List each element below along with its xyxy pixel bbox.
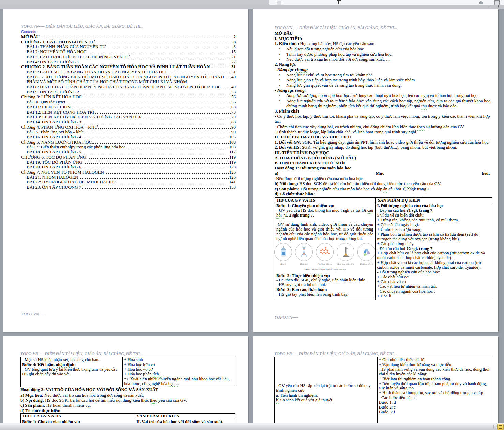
text-line: - HS suy nghĩ trả lời câu hỏi. [276, 283, 373, 287]
activity1-table-continued: - Một số HS khác nhận xét, bổ sung cho b… [20, 357, 235, 387]
table-cell-products: + Hóa sinh+ Hóa học hữu cơ+ Hóa học vô c… [122, 357, 235, 387]
activity-table-continued: - GV yêu cầu HS sắp xếp lại trật tự các … [274, 357, 492, 423]
text-line: b) Nội dung: HS đọc SGK, trả lời câu hỏi… [20, 398, 238, 403]
toc-entry: BÀI 16. ÔN TẬP CHƯƠNG 4105 [21, 135, 236, 140]
text-line: - GV yêu cầu HS sắp xếp lại trật tự các … [276, 384, 375, 393]
toc-entry: Bài 10: Quy tắc Octet56 [21, 100, 236, 105]
text-line: a) Mục tiêu: Nêu được vai trò của hóa họ… [20, 393, 238, 398]
text-line: 2. Năng lực [275, 62, 491, 67]
document-page-4[interactable]: YOPO.VN---- DIỄN ĐÀN TÀI LIỆU, GIÁO ÁN, … [253, 336, 498, 423]
toc-entry: BÀI 20. ÔN TẬP CHƯƠNG 6123 [21, 165, 236, 170]
figure-icon-label: Hoá học phân tích [337, 262, 354, 266]
text-line: - Năng lực riêng: [275, 88, 491, 93]
text-line: + Vận dụng kiến thức kĩ năng và thực tiễ… [379, 362, 490, 367]
table-header-cell: SẢN PHẨM DỰ KIẾN [135, 413, 235, 419]
toc-entry: BÀI 8: ĐỊNH LUẬT TUẦN HOÀN- Ý NGHĨA CỦA … [21, 85, 236, 90]
text-line: 3. Phẩm chất [275, 109, 491, 114]
ruler-center-tab-stem[interactable] [338, 1, 339, 4]
toc-entry: BÀI 21: NHÓM HALOGEN126 [21, 175, 236, 180]
text-line: + Hợp chất vô cơ là các hợp chất không p… [377, 261, 490, 270]
document-page-3[interactable]: YOPO.VN---- DIỄN ĐÀN TÀI LIỆU, GIÁO ÁN, … [3, 336, 248, 423]
toc-entry: Chương 4: PHẢN ỨNG OXI HÓA – KHỬ90 [21, 125, 236, 130]
text-line: Năng lực tự chủ và tự học trong tìm tòi … [275, 73, 491, 78]
horizontal-ruler[interactable] [0, 0, 504, 5]
text-line: + Hình thành sự hứng thú, say mê và chủ … [379, 391, 490, 396]
text-line: -Nêu được đối tượng nghiên cứu của môn h… [275, 176, 491, 181]
text-line: II. THIẾT BỊ DẠY HỌC VÀ HỌC LIỆU [275, 135, 491, 140]
text-line: -GV sử dụng hình ảnh, video, giới thiệu … [276, 222, 373, 241]
text-line: 1. Kiến thức: Học xong bài này, HS đạt c… [275, 41, 491, 46]
table-cell-products: I. Đối tượng nghiên cứu của hóa học- Đáp… [375, 203, 492, 299]
figure-icon-label: Hoá sinh [300, 262, 308, 266]
burette-icon: Hoá học phân tích [336, 243, 355, 266]
toc-entry: Bài 15: Phản ứng oxi hóa – khử90 [21, 130, 236, 135]
text-line: - Có ý thức học tập, ý thức tìm tòi, khá… [275, 114, 491, 124]
toc-entry: CHƯƠNG 6. TỐC ĐỘ PHẢN ỨNG.119 [21, 155, 236, 160]
table-cell-gv-hs: - Một số HS khác nhận xét, bổ sung cho b… [20, 357, 122, 387]
toc-entry: Chương 3: LIÊN KẾT HÓA HỌC56 [21, 94, 236, 100]
toc-entry: BÀI 3. CẤU TRÚC LỚP VỎ ELECTRON NGUYÊN T… [21, 55, 236, 60]
table-cell-products: II. Vai trò của hóa học với đời sống và … [135, 419, 235, 423]
document-page-toc[interactable]: YOPO.VN---- DIỄN ĐÀN TÀI LIỆU, GIÁO ÁN, … [3, 9, 248, 332]
table-header-cell: HĐ CỦA GV VÀ HS [275, 197, 375, 203]
table-cell-products: + Ghi nhớ kiến thức cốt lõi+ Vận dụng ki… [377, 357, 492, 423]
text-line: 1. Đối với GV: SGK, Tài liệu giảng dạy, … [275, 140, 491, 145]
text-line: - GV yêu cầu HS đọc thông tin mục I sgk … [276, 208, 373, 218]
contents-field-label: Contents [21, 30, 236, 34]
text-line: - Một số HS khác nhận xét, bổ sung cho b… [22, 358, 120, 362]
text-line: - Năng lực chung: [275, 67, 491, 72]
text-line: III. TIẾN TRÌNH DẠY HỌC [275, 150, 491, 155]
text-line: - Chăm chỉ tích cực xây dựng bài, có trá… [275, 124, 491, 130]
toc-entry: BÀI 5: CẤU TẠO CỦA BẢNG TUẦN HOÀN CÁC NG… [21, 70, 236, 75]
text-line: Bước 1: Chuyển giao nhiệm vụ: [22, 420, 133, 423]
text-line: Bước 1: d [379, 400, 490, 405]
ruler-tick [498, 5, 499, 7]
table-header-cell: SẢN PHẨM DỰ KIẾN [375, 197, 492, 203]
horizontal-scrollbar[interactable] [0, 423, 504, 430]
text-line: - HS giơ tay phát biểu, lên bảng trình b… [276, 292, 373, 297]
text-line: Bước 4: Kết luận, nhận định: [22, 362, 120, 367]
text-line: + Các chất vô cơ [377, 280, 490, 284]
text-line: + Hóa học vô cơ [124, 367, 233, 372]
text-line: Năng lực giao tiếp và hợp tác trong trìn… [275, 78, 491, 83]
toc-entry: BÀI 4: ÔN TẬP CHƯƠNG 127 [21, 60, 236, 65]
toc-entry: BÀI 2: NGUYÊN TỐ HÓA HỌC15 [21, 49, 236, 55]
word-app-canvas: YOPO.VN---- DIỄN ĐÀN TÀI LIỆU, GIÁO ÁN, … [0, 0, 504, 430]
text-line: - Các chuyên ngành của hóa học : [377, 289, 490, 294]
text-line: - HS theo dõi SGK, chú ý nghe, tiếp nhận… [276, 278, 373, 283]
ruler-page-area[interactable] [269, 0, 504, 5]
text-line: + Hợp chất hữu cơ là hợp chất của carbon… [377, 251, 490, 261]
text-line: I. Đối tượng nghiên cứu của hóa học [377, 204, 490, 208]
text-line: MỞ ĐẦU [275, 31, 491, 36]
document-page-intro[interactable]: YOPO.VN---- DIỄN ĐÀN TÀI LIỆU, GIÁO ÁN, … [253, 9, 498, 332]
scrollbar-divider [493, 425, 494, 429]
toc-entry: BÀI 6 - 7. XU HƯỚNG BIẾN ĐỔI MỘT SỐ TÍNH… [21, 75, 236, 85]
text-line: + Ủ nho thành rượu vang. [377, 227, 490, 232]
text-line: Bước 2: c [379, 405, 490, 410]
toc-entry: Chương 7: NGUYÊN TỐ NHÓM HALOGEN126 [21, 170, 236, 175]
text-line: Hoạt động 2: VAI TRÒ CỦA HÓA HỌC VỚI ĐỜI… [20, 387, 238, 392]
text-line: Nêu được đối tượng nghiên cứu của hóa họ… [275, 47, 491, 52]
text-line: c) Sản phẩm: Đối tượng nghiên cứu của mô… [275, 187, 491, 192]
text-line: + Rèn luyện thói quan tìm tòi, khám phá,… [379, 382, 490, 391]
text-line: 2. Đối với HS: SGK, vở ghi, giấy nháp, đ… [275, 145, 491, 150]
figure-icon-label: Hoá lí [280, 262, 286, 266]
table-cell-gv-hs: - GV yêu cầu HS sắp xếp lại trật tự các … [274, 357, 377, 423]
text-line: + Biết làm thí nghiệm an toàn thành công… [379, 377, 490, 382]
text-line: b. So sánh kết quả với giả thuyết. [276, 398, 375, 403]
ruler-right-indent-marker[interactable] [479, 1, 483, 4]
text-line: B. HÌNH THÀNH KIẾN THỨC MỚI [275, 161, 491, 166]
activity1-table: HĐ CỦA GV VÀ HS SẢN PHẨM DỰ KIẾN Bước 1:… [275, 197, 492, 300]
text-line: Bước 1: Chuyển giao nhiệm vụ: [276, 204, 373, 208]
text-line: a)Mụctiêu: [275, 171, 491, 176]
ruler-end-box[interactable] [494, 0, 500, 5]
table-cell-gv-hs: Bước 1: Chuyển giao nhiệm vụ: [20, 419, 135, 423]
text-line: A. HOẠT ĐỘNG KHỞI ĐỘNG (MỞ ĐẦU) [275, 155, 491, 161]
notes-panel-icon[interactable] [497, 424, 504, 430]
figure-icon-label: Hoá học vô cơ [360, 262, 373, 266]
intro-body: MỞ ĐẦUI. MỤC TIÊU:1. Kiến thức: Học xong… [275, 31, 491, 197]
text-line: -HS phải nắm vững và vận dụng các kiến t… [379, 367, 490, 377]
toc-entry: BÀI 11: LIÊN KẾT ION63 [21, 105, 236, 110]
text-line: d) Tổ chức thực hiện: [20, 408, 238, 413]
text-line: + Hóa lí [377, 294, 490, 299]
